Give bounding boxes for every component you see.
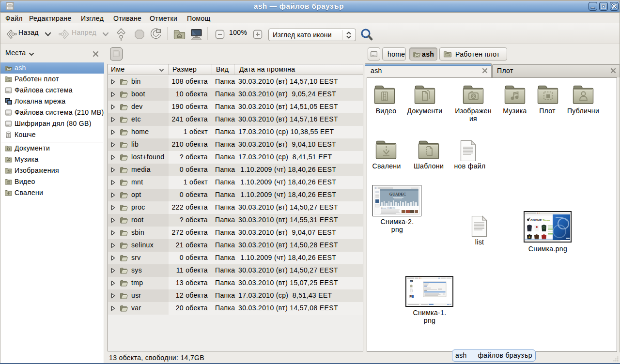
svg-text:About GUADEC: About GUADEC (381, 207, 395, 209)
svg-text:GUADEC: GUADEC (389, 192, 406, 197)
svg-text:GNOME: GNOME (530, 218, 542, 222)
svg-text:Store: Store (542, 219, 550, 222)
